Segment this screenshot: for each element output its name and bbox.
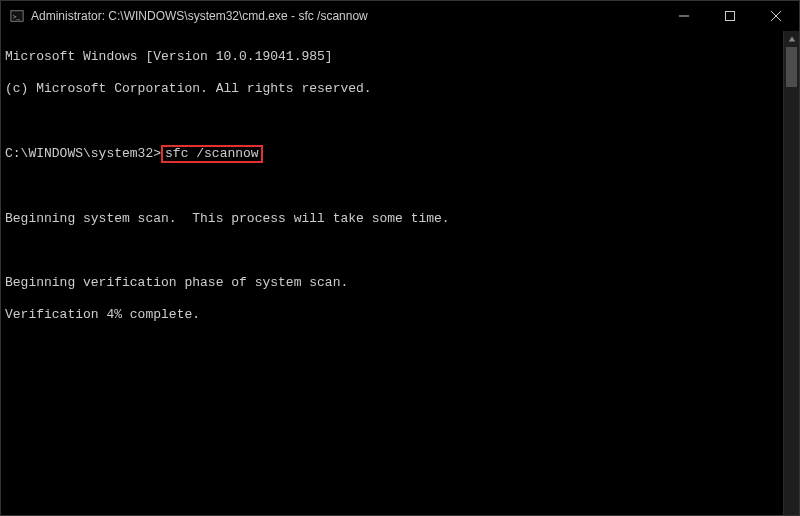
- copyright-line: (c) Microsoft Corporation. All rights re…: [5, 81, 779, 97]
- window-title: Administrator: C:\WINDOWS\system32\cmd.e…: [31, 9, 661, 23]
- prompt-line: C:\WINDOWS\system32>sfc /scannow: [5, 145, 779, 163]
- prompt-text: C:\WINDOWS\system32>: [5, 146, 161, 162]
- terminal-output[interactable]: Microsoft Windows [Version 10.0.19041.98…: [1, 31, 783, 515]
- minimize-button[interactable]: [661, 1, 707, 31]
- scrollbar-thumb[interactable]: [786, 47, 797, 87]
- blank-line: [5, 113, 779, 129]
- blank-line: [5, 243, 779, 259]
- verify-progress-line: Verification 4% complete.: [5, 307, 779, 323]
- close-button[interactable]: [753, 1, 799, 31]
- command-highlight: sfc /scannow: [161, 145, 263, 163]
- version-line: Microsoft Windows [Version 10.0.19041.98…: [5, 49, 779, 65]
- scan-begin-line: Beginning system scan. This process will…: [5, 211, 779, 227]
- scrollbar[interactable]: [783, 31, 799, 515]
- verify-phase-line: Beginning verification phase of system s…: [5, 275, 779, 291]
- maximize-button[interactable]: [707, 1, 753, 31]
- command-text: sfc /scannow: [165, 146, 259, 161]
- scroll-up-icon[interactable]: [784, 31, 799, 47]
- blank-line: [5, 179, 779, 195]
- window-controls: [661, 1, 799, 31]
- cmd-window: >_ Administrator: C:\WINDOWS\system32\cm…: [0, 0, 800, 516]
- svg-text:>_: >_: [13, 13, 21, 21]
- titlebar[interactable]: >_ Administrator: C:\WINDOWS\system32\cm…: [1, 1, 799, 31]
- terminal-body: Microsoft Windows [Version 10.0.19041.98…: [1, 31, 799, 515]
- svg-rect-3: [726, 12, 735, 21]
- cmd-icon: >_: [9, 8, 25, 24]
